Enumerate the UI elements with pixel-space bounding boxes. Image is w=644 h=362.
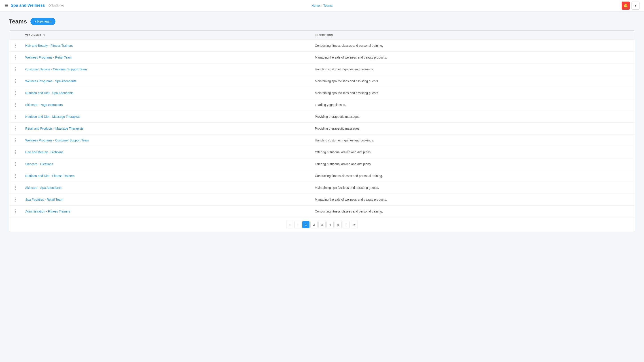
- table-row: Administration - Fitness TrainersConduct…: [9, 206, 635, 217]
- row-team-name-cell: Nutrition and Diet - Spa Attendants: [22, 87, 311, 99]
- row-description-cell: Conducting fitness classes and personal …: [311, 170, 635, 182]
- row-description-text: Providing therapeutic massages.: [315, 127, 360, 130]
- row-menu-button[interactable]: [13, 102, 18, 107]
- row-team-name-cell: Nutrition and Diet - Massage Therapists: [22, 111, 311, 123]
- user-dropdown-button[interactable]: ▼: [632, 1, 640, 9]
- pagination-last-button[interactable]: »: [350, 221, 358, 228]
- row-description-text: Managing the sale of wellness and beauty…: [315, 56, 387, 59]
- row-menu-button[interactable]: [13, 185, 18, 190]
- notification-button[interactable]: 🔔: [622, 1, 630, 9]
- pagination-page-4[interactable]: 4: [326, 221, 334, 228]
- row-menu-cell: [9, 111, 22, 123]
- row-description-text: Maintaining spa facilities and assisting…: [315, 91, 379, 95]
- row-menu-button[interactable]: [13, 55, 18, 60]
- team-name-link[interactable]: Hair and Beauty - Dietitians: [25, 150, 63, 154]
- row-description-text: Managing the sale of wellness and beauty…: [315, 198, 387, 201]
- row-description-text: Maintaining spa facilities and assisting…: [315, 186, 379, 189]
- row-menu-cell: [9, 206, 22, 217]
- breadcrumb-separator: »: [321, 4, 322, 7]
- col-team-name: TEAM NAME ▾: [22, 31, 311, 40]
- row-menu-button[interactable]: [13, 67, 18, 72]
- row-team-name-cell: Customer Service - Customer Support Team: [22, 63, 311, 75]
- row-menu-button[interactable]: [13, 90, 18, 96]
- row-team-name-cell: Retail and Products - Massage Therapists: [22, 123, 311, 134]
- row-menu-button[interactable]: [13, 114, 18, 119]
- pagination-page-2[interactable]: 2: [310, 221, 318, 228]
- team-name-link[interactable]: Nutrition and Diet - Spa Attendants: [25, 91, 74, 95]
- table-header-row: TEAM NAME ▾ DESCRIPTION: [9, 31, 635, 40]
- table-row: Retail and Products - Massage Therapists…: [9, 123, 635, 134]
- team-name-link[interactable]: Skincare - Yoga Instructors: [25, 103, 62, 107]
- team-name-link[interactable]: Skincare - Spa Attendants: [25, 186, 62, 189]
- pagination-prev-button[interactable]: ‹: [294, 221, 302, 228]
- row-menu-cell: [9, 99, 22, 111]
- team-name-link[interactable]: Wellness Programs - Customer Support Tea…: [25, 139, 89, 142]
- team-name-link[interactable]: Customer Service - Customer Support Team: [25, 67, 87, 71]
- navbar-right: 🔔 ▼: [622, 1, 640, 9]
- row-description-cell: Handling customer inquiries and bookings…: [311, 134, 635, 146]
- pagination-page-1[interactable]: 1: [302, 221, 310, 228]
- table-row: Nutrition and Diet - Massage TherapistsP…: [9, 111, 635, 123]
- hamburger-icon[interactable]: ☰: [4, 3, 8, 8]
- table-row: Spa Facilities - Retail TeamManaging the…: [9, 194, 635, 206]
- row-menu-cell: [9, 63, 22, 75]
- row-description-cell: Handling customer inquiries and bookings…: [311, 63, 635, 75]
- table-row: Wellness Programs - Spa AttendantsMainta…: [9, 75, 635, 87]
- table-row: Skincare - Yoga InstructorsLeading yoga …: [9, 99, 635, 111]
- row-team-name-cell: Skincare - Spa Attendants: [22, 182, 311, 194]
- team-name-link[interactable]: Hair and Beauty - Fitness Trainers: [25, 44, 73, 47]
- pagination-page-5[interactable]: 5: [334, 221, 342, 228]
- row-description-text: Maintaining spa facilities and assisting…: [315, 79, 379, 83]
- team-name-link[interactable]: Skincare - Dietitians: [25, 162, 53, 166]
- pagination-next-button[interactable]: ›: [342, 221, 350, 228]
- table-row: Skincare - Spa AttendantsMaintaining spa…: [9, 182, 635, 194]
- teams-table-container: TEAM NAME ▾ DESCRIPTION Hair and Beauty …: [9, 30, 635, 232]
- new-team-button[interactable]: + New team: [30, 18, 55, 25]
- row-description-text: Handling customer inquiries and bookings…: [315, 139, 374, 142]
- row-menu-button[interactable]: [13, 209, 18, 214]
- pagination-first-button[interactable]: «: [286, 221, 294, 228]
- row-menu-button[interactable]: [13, 149, 18, 155]
- row-menu-cell: [9, 123, 22, 134]
- breadcrumb-home-link[interactable]: Home: [312, 4, 320, 7]
- pagination: « ‹ 1 2 3 4 5 › »: [9, 217, 635, 232]
- row-description-cell: Managing the sale of wellness and beauty…: [311, 52, 635, 63]
- team-name-link[interactable]: Administration - Fitness Trainers: [25, 210, 70, 213]
- team-name-link[interactable]: Retail and Products - Massage Therapists: [25, 127, 84, 130]
- row-description-cell: Maintaining spa facilities and assisting…: [311, 75, 635, 87]
- row-team-name-cell: Nutrition and Diet - Fitness Trainers: [22, 170, 311, 182]
- brand-name: Spa and Wellness: [11, 3, 45, 8]
- table-row: Wellness Programs - Retail TeamManaging …: [9, 52, 635, 63]
- breadcrumb-current: Teams: [323, 4, 332, 7]
- row-description-text: Conducting fitness classes and personal …: [315, 210, 383, 213]
- table-row: Customer Service - Customer Support Team…: [9, 63, 635, 75]
- row-menu-button[interactable]: [13, 173, 18, 179]
- row-menu-cell: [9, 52, 22, 63]
- row-menu-button[interactable]: [13, 43, 18, 48]
- row-description-cell: Conducting fitness classes and personal …: [311, 40, 635, 52]
- team-name-link[interactable]: Nutrition and Diet - Fitness Trainers: [25, 174, 74, 178]
- table-row: Hair and Beauty - DietitiansOffering nut…: [9, 146, 635, 158]
- navbar: ☰ Spa and Wellness OfficeSeries Home » T…: [0, 0, 644, 11]
- page-title: Teams: [9, 18, 27, 25]
- team-name-link[interactable]: Wellness Programs - Spa Attendants: [25, 79, 76, 83]
- row-menu-cell: [9, 87, 22, 99]
- row-menu-cell: [9, 194, 22, 206]
- row-menu-cell: [9, 158, 22, 170]
- row-menu-button[interactable]: [13, 126, 18, 131]
- table-row: Nutrition and Diet - Fitness TrainersCon…: [9, 170, 635, 182]
- row-menu-cell: [9, 75, 22, 87]
- team-name-link[interactable]: Spa Facilities - Retail Team: [25, 198, 63, 201]
- row-menu-button[interactable]: [13, 161, 18, 167]
- row-menu-button[interactable]: [13, 78, 18, 84]
- filter-icon[interactable]: ▾: [44, 33, 45, 37]
- team-name-link[interactable]: Nutrition and Diet - Massage Therapists: [25, 115, 80, 118]
- office-series-label: OfficeSeries: [48, 4, 64, 7]
- row-team-name-cell: Hair and Beauty - Fitness Trainers: [22, 40, 311, 52]
- pagination-page-3[interactable]: 3: [318, 221, 326, 228]
- team-name-link[interactable]: Wellness Programs - Retail Team: [25, 56, 72, 59]
- teams-table-body: Hair and Beauty - Fitness TrainersConduc…: [9, 40, 635, 217]
- row-menu-button[interactable]: [13, 197, 18, 202]
- page-header: Teams + New team: [9, 18, 635, 25]
- row-menu-button[interactable]: [13, 138, 18, 143]
